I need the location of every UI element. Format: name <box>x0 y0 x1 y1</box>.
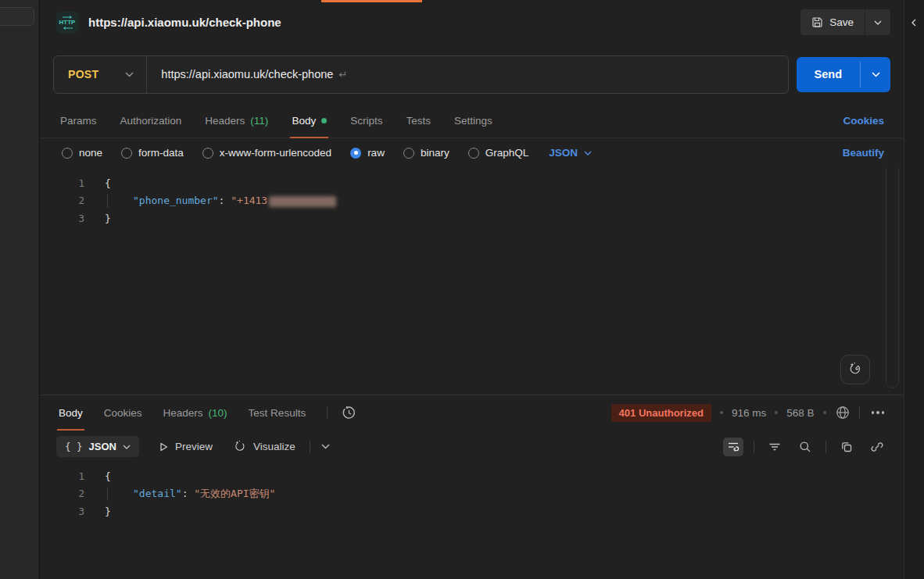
line-number: 2 <box>41 195 84 206</box>
code-line: 1 { <box>41 174 903 192</box>
search-response-button[interactable] <box>795 438 815 456</box>
save-button[interactable]: Save <box>800 9 865 35</box>
body-type-raw[interactable]: raw <box>350 147 385 159</box>
method-selector[interactable]: POST <box>54 56 146 93</box>
tab-scripts-label: Scripts <box>350 115 382 127</box>
indent-guide <box>107 487 133 501</box>
preview-play-icon <box>158 441 169 452</box>
cookies-link[interactable]: Cookies <box>843 104 884 138</box>
tab-scripts[interactable]: Scripts <box>350 104 382 138</box>
save-button-group: Save <box>800 9 890 35</box>
response-tab-body-label: Body <box>59 407 83 419</box>
tab-settings[interactable]: Settings <box>454 104 492 138</box>
raw-language-selector[interactable]: JSON <box>549 147 592 159</box>
response-tab-cookies[interactable]: Cookies <box>104 395 142 430</box>
radio-selected-icon <box>350 148 361 159</box>
response-body-viewer[interactable]: 1 { 2 "detail": "无效的API密钥" 3 } <box>41 463 903 579</box>
format-chevron-icon <box>123 445 131 449</box>
divider <box>754 441 754 453</box>
body-type-raw-label: raw <box>367 147 385 159</box>
json-key-token: "detail" <box>133 488 182 499</box>
send-button-group: Send <box>797 57 890 92</box>
colon-token: : <box>219 195 231 206</box>
send-button[interactable]: Send <box>797 57 860 92</box>
status-badge[interactable]: 401 Unauthorized <box>611 404 711 422</box>
code-line: 2 "detail": "无效的API密钥" <box>41 485 903 503</box>
response-meta: 401 Unauthorized 916 ms 568 B <box>611 395 887 430</box>
tab-params[interactable]: Params <box>60 104 97 138</box>
beautify-link[interactable]: Beautify <box>843 147 884 159</box>
body-type-graphql-label: GraphQL <box>485 147 529 159</box>
tab-settings-label: Settings <box>454 115 492 127</box>
tab-params-label: Params <box>60 115 97 127</box>
more-views-chevron[interactable] <box>321 444 330 449</box>
response-history-icon[interactable] <box>342 406 356 420</box>
raw-language-label: JSON <box>549 147 578 159</box>
url-builder-row: POST https://api.xiaomu.uk/check-phone ↵… <box>41 45 903 104</box>
line-number: 1 <box>41 470 84 482</box>
dot-separator <box>823 411 826 414</box>
link-icon <box>871 441 883 453</box>
copy-response-button[interactable] <box>836 438 857 456</box>
collapse-panel-icon[interactable] <box>910 19 919 27</box>
postbot-ai-button[interactable] <box>840 355 870 384</box>
response-tools-right <box>723 438 887 456</box>
url-input[interactable]: https://api.xiaomu.uk/check-phone ↵ <box>147 68 787 80</box>
response-tab-headers[interactable]: Headers (10) <box>163 395 227 430</box>
tab-body[interactable]: Body <box>292 104 327 138</box>
line-number: 1 <box>41 177 84 189</box>
body-type-form-data[interactable]: form-data <box>121 147 184 159</box>
save-options-chevron[interactable] <box>865 9 890 35</box>
body-type-urlencoded[interactable]: x-www-form-urlencoded <box>202 147 331 159</box>
body-type-graphql[interactable]: GraphQL <box>468 147 529 159</box>
request-panel: HTTP https://api.xiaomu.uk/check-phone S… <box>41 0 903 579</box>
sidebar-collapsed-tab[interactable] <box>0 7 34 26</box>
response-tab-cookies-label: Cookies <box>104 407 142 419</box>
more-options-icon[interactable] <box>868 408 888 417</box>
editor-scrollbar-track[interactable] <box>886 167 899 388</box>
indent-guide <box>107 194 133 208</box>
code-line: 2 "phone_number": "+1413 <box>41 192 903 210</box>
tab-body-label: Body <box>292 115 316 127</box>
response-headers-count-badge: (10) <box>209 407 227 419</box>
request-body-editor[interactable]: 1 { 2 "phone_number": "+1413 3 } <box>41 167 903 395</box>
response-size[interactable]: 568 B <box>786 407 814 419</box>
radio-icon <box>121 148 132 159</box>
wrap-text-toggle[interactable] <box>723 438 743 456</box>
visualize-button[interactable]: Visualize <box>233 440 295 454</box>
send-options-chevron[interactable] <box>861 57 890 92</box>
response-format-label: JSON <box>89 441 116 452</box>
tab-tests[interactable]: Tests <box>406 104 431 138</box>
response-tab-test-results[interactable]: Test Results <box>249 395 306 430</box>
dot-separator <box>775 411 778 414</box>
code-line: 1 { <box>41 467 903 485</box>
body-type-form-data-label: form-data <box>138 147 184 159</box>
response-time[interactable]: 916 ms <box>732 407 766 419</box>
tab-tests-label: Tests <box>406 115 431 127</box>
response-tabs-bar: Body Cookies Headers (10) Test Results <box>41 395 903 430</box>
code-line: 3 } <box>41 209 903 227</box>
save-button-label: Save <box>829 16 854 28</box>
tab-authorization[interactable]: Authorization <box>120 104 182 138</box>
preview-label: Preview <box>175 441 213 452</box>
response-format-selector[interactable]: { } JSON <box>56 436 139 457</box>
link-response-button[interactable] <box>867 438 887 456</box>
body-type-binary[interactable]: binary <box>403 147 449 159</box>
visualize-sparkle-icon <box>233 440 247 454</box>
filter-results-button[interactable] <box>765 438 785 456</box>
radio-icon <box>62 148 73 159</box>
preview-button[interactable]: Preview <box>158 441 213 452</box>
network-globe-icon[interactable] <box>835 405 851 420</box>
copy-icon <box>840 441 853 453</box>
tab-headers[interactable]: Headers (11) <box>205 104 268 138</box>
http-badge-label: HTTP <box>59 20 76 26</box>
http-request-icon: HTTP <box>56 12 78 34</box>
right-sidebar-rail <box>904 0 924 579</box>
response-tab-body[interactable]: Body <box>59 395 83 430</box>
line-number: 3 <box>41 213 84 224</box>
radio-icon <box>403 148 414 159</box>
open-brace-token: { <box>105 177 111 189</box>
url-text: https://api.xiaomu.uk/check-phone <box>161 68 333 80</box>
postbot-sparkle-icon <box>847 362 863 377</box>
body-type-none[interactable]: none <box>62 147 102 159</box>
